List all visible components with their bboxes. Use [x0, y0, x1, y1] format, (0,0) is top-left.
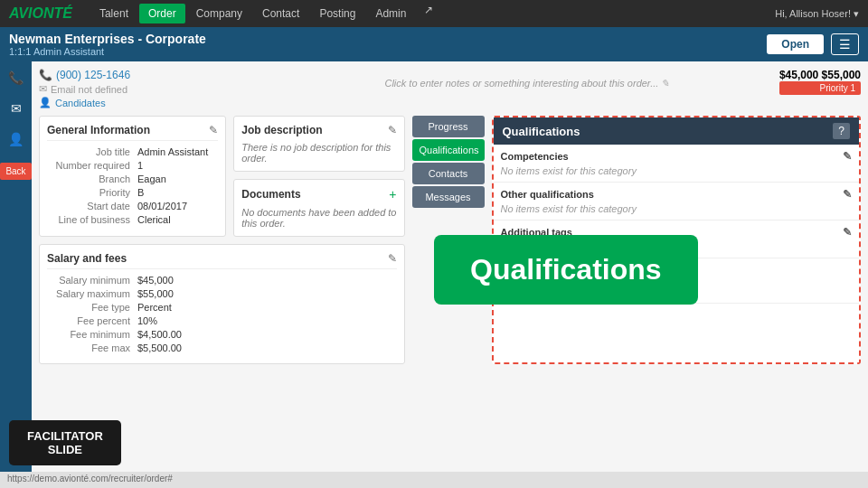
order-subtitle: 1:1:1 Admin Assistant	[9, 46, 206, 57]
tab-qualifications[interactable]: Qualifications	[412, 139, 485, 161]
candidates-icon[interactable]: 👤	[5, 128, 27, 150]
fee-row-feepct: Fee percent 10%	[47, 315, 397, 326]
fee-row-feetype: Fee type Percent	[47, 302, 397, 313]
salary-fees-panel: Salary and fees ✎ Salary minimum $45,000…	[39, 244, 405, 364]
sub-header: Newman Enterprises - Corporate 1:1:1 Adm…	[0, 27, 868, 61]
top-panels-row: General Information ✎ Job title Admin As…	[39, 116, 405, 237]
top-info-bar: 📞 (900) 125-1646 ✉ Email not defined 👤 C…	[39, 69, 861, 108]
qual-section-competencies: Competencies ✎ No items exist for this c…	[494, 145, 860, 183]
doc-add-icon[interactable]: +	[389, 187, 396, 202]
general-info-edit-icon[interactable]: ✎	[209, 124, 218, 136]
info-row-priority: Priority B	[47, 187, 218, 198]
general-info-title: General Information	[47, 124, 150, 136]
salary-fees-title: Salary and fees	[47, 252, 127, 265]
phone-icon-small: 📞	[39, 69, 52, 81]
tab-contacts[interactable]: Contacts	[412, 163, 485, 184]
job-edit-icon[interactable]: ✎	[388, 124, 397, 136]
menu-button[interactable]: ☰	[831, 33, 859, 55]
qual-section-competencies-header: Competencies ✎	[501, 150, 853, 163]
fee-row-salmin: Salary minimum $45,000	[47, 275, 397, 286]
fee-row-salmax: Salary maximum $55,000	[47, 288, 397, 299]
info-row-branch: Branch Eagan	[47, 174, 218, 184]
email-icon-small: ✉	[39, 83, 47, 95]
fee-row-feemax: Fee max $5,500.00	[47, 343, 397, 353]
status-bar: https://demo.avionté.com/recruiter/order…	[0, 472, 868, 488]
general-info-panel: General Information ✎ Job title Admin As…	[39, 116, 226, 237]
nav-contact[interactable]: Contact	[253, 4, 308, 23]
nav-order[interactable]: Order	[139, 4, 185, 23]
salary-info: $45,000 $55,000 Priority 1	[779, 69, 861, 95]
info-row-jobtitle: Job title Admin Assistant	[47, 146, 218, 157]
status-button[interactable]: Open	[767, 34, 824, 54]
info-row-lob: Line of business Clerical	[47, 214, 218, 225]
right-sub-panels: Job description ✎ There is no job descri…	[233, 116, 404, 237]
job-panel-header: Job description ✎	[241, 124, 396, 136]
info-row-startdate: Start date 08/01/2017	[47, 201, 218, 211]
salary-fees-header: Salary and fees ✎	[47, 252, 397, 269]
nav-admin[interactable]: Admin	[366, 4, 415, 23]
user-greeting[interactable]: Hi, Allison Hoser! ▾	[775, 8, 859, 20]
contact-info: 📞 (900) 125-1646 ✉ Email not defined 👤 C…	[39, 69, 275, 108]
nav-company[interactable]: Company	[187, 4, 251, 23]
documents-panel: Documents + No documents have been added…	[233, 179, 404, 237]
phone-icon[interactable]: 📞	[5, 67, 27, 89]
doc-empty-text: No documents have been added to this ord…	[241, 207, 396, 229]
additional-tags-edit-icon[interactable]: ✎	[843, 226, 852, 239]
email-icon[interactable]: ✉	[7, 98, 25, 119]
contact-email: ✉ Email not defined	[39, 83, 275, 95]
external-link-icon[interactable]: ↗	[424, 4, 433, 23]
competencies-empty: No items exist for this category	[501, 165, 853, 176]
other-qual-empty: No items exist for this category	[501, 203, 853, 214]
notes-edit-icon[interactable]: ✎	[661, 78, 669, 89]
qual-panel-title: Qualifications	[503, 125, 580, 138]
nav-items: Talent Order Company Contact Posting Adm…	[90, 4, 775, 23]
middle-left: General Information ✎ Job title Admin As…	[39, 116, 405, 364]
candidates-icon-small: 👤	[39, 97, 52, 108]
salary-fees-edit-icon[interactable]: ✎	[388, 252, 397, 265]
status-url: https://demo.avionté.com/recruiter/order…	[7, 474, 173, 483]
contact-candidates: 👤 Candidates	[39, 97, 275, 108]
contact-phone: 📞 (900) 125-1646	[39, 69, 275, 81]
job-desc-text: There is no job description for this ord…	[241, 142, 396, 164]
qual-help-button[interactable]: ?	[833, 123, 850, 139]
general-info-header: General Information ✎	[47, 124, 218, 141]
qual-section-other: Other qualifications ✎ No items exist fo…	[494, 183, 860, 221]
company-title: Newman Enterprises - Corporate	[9, 32, 206, 46]
qual-panel-header: Qualifications ?	[494, 117, 860, 145]
qualifications-overlay: Qualifications	[434, 235, 698, 305]
qual-section-other-header: Other qualifications ✎	[501, 188, 853, 201]
brand-logo: AVIONTÉ	[9, 5, 72, 22]
tab-progress[interactable]: Progress	[412, 116, 485, 137]
nav-talent[interactable]: Talent	[90, 4, 137, 23]
sub-header-actions: Open ☰	[767, 33, 859, 55]
fee-row-feemin: Fee minimum $4,500.00	[47, 329, 397, 340]
notes-area[interactable]: Click to enter notes or something intere…	[282, 69, 772, 99]
doc-panel-header: Documents +	[241, 187, 396, 202]
facilitator-slide: FACILITATOR SLIDE	[9, 420, 121, 465]
competencies-edit-icon[interactable]: ✎	[843, 150, 852, 163]
doc-panel-title: Documents	[241, 188, 300, 201]
job-panel-title: Job description	[241, 124, 322, 136]
priority-badge: Priority 1	[779, 81, 861, 95]
sub-header-info: Newman Enterprises - Corporate 1:1:1 Adm…	[9, 32, 206, 57]
back-button[interactable]: Back	[0, 163, 31, 180]
salary-range: $45,000 $55,000	[779, 69, 861, 81]
nav-posting[interactable]: Posting	[310, 4, 364, 23]
top-navigation: AVIONTÉ Talent Order Company Contact Pos…	[0, 0, 868, 27]
tab-messages[interactable]: Messages	[412, 186, 485, 208]
notes-placeholder: Click to enter notes or something intere…	[384, 78, 658, 89]
other-qual-edit-icon[interactable]: ✎	[843, 188, 852, 201]
info-row-numrequired: Number required 1	[47, 160, 218, 171]
job-description-panel: Job description ✎ There is no job descri…	[233, 116, 404, 172]
